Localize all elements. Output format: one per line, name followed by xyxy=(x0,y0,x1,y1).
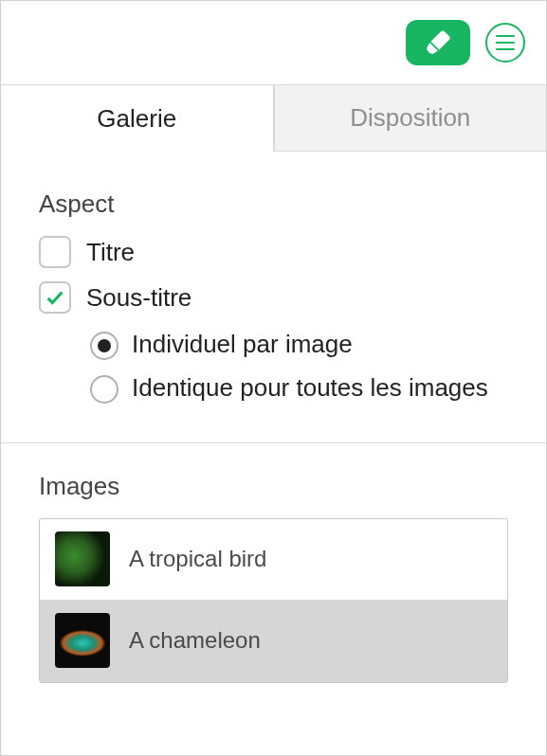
tab-bar: Galerie Disposition xyxy=(1,84,546,152)
list-item[interactable]: A tropical bird xyxy=(40,519,507,601)
images-list: A tropical bird A chameleon xyxy=(39,518,508,683)
radio-same-all[interactable] xyxy=(90,375,119,404)
paintbrush-icon xyxy=(424,28,452,57)
thumbnail xyxy=(55,531,110,586)
check-icon xyxy=(45,287,65,308)
row-radio-same-all: Identique pour toutes les images xyxy=(90,372,508,405)
radio-per-image-label: Individuel par image xyxy=(132,329,353,361)
list-item-label: A tropical bird xyxy=(129,546,266,572)
checkbox-title[interactable] xyxy=(39,236,71,268)
row-title-checkbox: Titre xyxy=(39,236,508,268)
row-subtitle-checkbox: Sous-titre xyxy=(39,281,508,314)
top-toolbar xyxy=(1,1,546,84)
section-divider xyxy=(1,442,546,443)
subtitle-mode-group: Individuel par image Identique pour tout… xyxy=(90,329,508,405)
section-images-title: Images xyxy=(39,472,508,501)
checkbox-subtitle[interactable] xyxy=(39,281,71,314)
tab-layout[interactable]: Disposition xyxy=(274,85,547,152)
gallery-panel: Aspect Titre Sous-titre Individuel par i… xyxy=(1,152,546,683)
list-icon xyxy=(496,35,515,51)
list-item[interactable]: A chameleon xyxy=(40,601,507,682)
row-radio-per-image: Individuel par image xyxy=(90,329,508,361)
tab-gallery[interactable]: Galerie xyxy=(1,85,274,152)
checkbox-title-label: Titre xyxy=(86,238,135,267)
radio-per-image[interactable] xyxy=(90,332,119,360)
list-item-label: A chameleon xyxy=(129,627,261,654)
format-button[interactable] xyxy=(406,20,470,65)
checkbox-subtitle-label: Sous-titre xyxy=(86,283,191,313)
document-options-button[interactable] xyxy=(485,23,525,63)
radio-same-all-label: Identique pour toutes les images xyxy=(132,372,488,405)
thumbnail xyxy=(55,613,110,668)
section-aspect-title: Aspect xyxy=(39,189,508,219)
